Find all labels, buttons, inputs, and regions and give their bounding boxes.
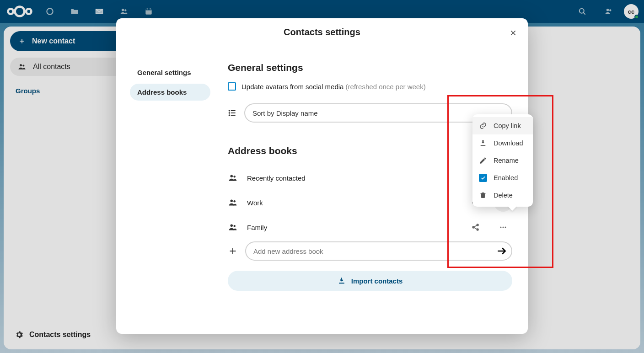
svg-point-32 bbox=[477, 224, 478, 226]
checkbox-label: Update avatars from social media (refres… bbox=[242, 83, 426, 91]
import-contacts-label: Import contacts bbox=[351, 277, 403, 285]
nav-item-general[interactable]: General settings bbox=[130, 64, 210, 81]
ctx-rename[interactable]: Rename bbox=[472, 152, 533, 169]
group-icon bbox=[228, 222, 238, 232]
svg-point-34 bbox=[500, 227, 502, 228]
address-book-row: Family bbox=[228, 215, 512, 240]
svg-point-21 bbox=[231, 200, 233, 203]
more-icon[interactable] bbox=[494, 218, 512, 236]
svg-point-31 bbox=[472, 226, 474, 228]
svg-point-18 bbox=[229, 115, 230, 116]
share-icon[interactable] bbox=[467, 218, 485, 236]
modal-title: Contacts settings bbox=[284, 27, 360, 37]
plus-icon bbox=[228, 246, 238, 256]
general-heading: General settings bbox=[228, 62, 512, 73]
settings-modal: Contacts settings General settings Addre… bbox=[116, 18, 528, 334]
nav-item-address-books[interactable]: Address books bbox=[130, 84, 210, 101]
address-book-name: Family bbox=[247, 224, 457, 231]
svg-point-22 bbox=[233, 200, 235, 202]
ctx-copy-link[interactable]: Copy link bbox=[472, 117, 533, 134]
svg-rect-37 bbox=[339, 283, 344, 284]
svg-point-29 bbox=[231, 225, 233, 227]
context-menu: Copy link Download Rename Enabled Delete bbox=[472, 114, 533, 207]
group-icon bbox=[228, 173, 238, 183]
avatars-checkbox-row[interactable]: Update avatars from social media (refres… bbox=[228, 82, 512, 91]
modal-nav: General settings Address books bbox=[116, 46, 217, 325]
address-books-heading: Address books bbox=[228, 145, 512, 156]
address-book-row: Recently contacted bbox=[228, 166, 512, 190]
add-address-book-row bbox=[228, 241, 512, 261]
checkbox-checked-icon bbox=[479, 174, 487, 182]
arrow-right-icon[interactable] bbox=[496, 245, 508, 257]
svg-point-17 bbox=[229, 112, 230, 113]
ctx-delete[interactable]: Delete bbox=[472, 187, 533, 204]
address-book-name: Work bbox=[247, 199, 457, 207]
ctx-enabled[interactable]: Enabled bbox=[472, 169, 533, 187]
add-address-book-input[interactable] bbox=[245, 241, 512, 261]
svg-point-19 bbox=[231, 175, 233, 178]
svg-point-36 bbox=[505, 227, 506, 228]
modal-header: Contacts settings bbox=[116, 18, 528, 46]
address-book-row: Work bbox=[228, 190, 512, 215]
svg-point-35 bbox=[503, 227, 504, 228]
svg-point-30 bbox=[233, 225, 235, 227]
checkbox-icon[interactable] bbox=[228, 82, 236, 91]
list-icon bbox=[228, 108, 237, 118]
import-contacts-button[interactable]: Import contacts bbox=[228, 271, 512, 291]
svg-point-20 bbox=[233, 176, 235, 177]
group-icon bbox=[228, 198, 238, 208]
svg-point-16 bbox=[229, 110, 230, 111]
svg-point-33 bbox=[477, 229, 478, 230]
close-icon[interactable] bbox=[505, 25, 521, 41]
ctx-download[interactable]: Download bbox=[472, 134, 533, 152]
